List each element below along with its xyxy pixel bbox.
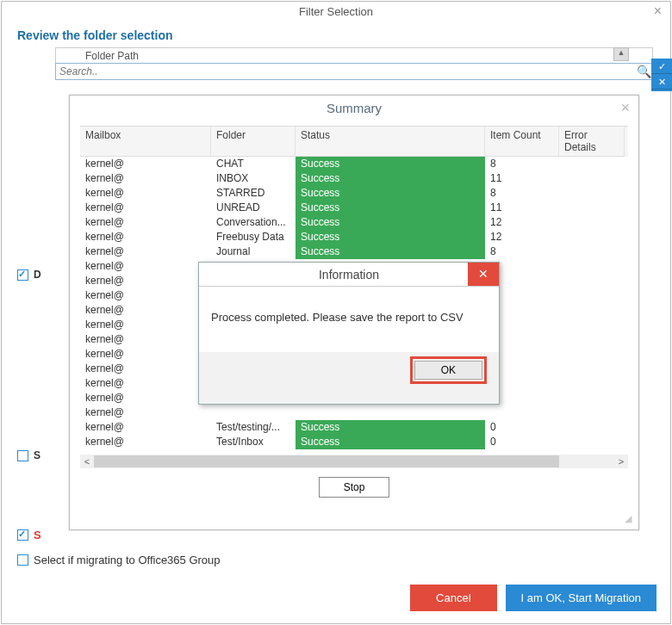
sort-toggle-icon[interactable]: ▲ — [613, 47, 629, 61]
col-mailbox[interactable]: Mailbox — [80, 127, 211, 157]
cell-folder: UNREAD — [211, 201, 296, 215]
uncheck-all-icon[interactable]: ✕ — [651, 74, 672, 90]
start-migration-button[interactable]: I am OK, Start Migration — [506, 585, 656, 611]
cell-item-count: 0 — [485, 435, 559, 449]
table-row[interactable]: kernel@JournalSuccess8 — [80, 244, 628, 259]
summary-grid-header: Mailbox Folder Status Item Count Error D… — [80, 127, 628, 157]
cell-error-details — [559, 201, 625, 215]
cell-error-details — [559, 303, 625, 318]
cell-error-details — [559, 230, 625, 244]
col-item-count[interactable]: Item Count — [485, 127, 559, 157]
cell-error-details — [559, 347, 625, 362]
horizontal-scrollbar[interactable]: < > — [80, 455, 628, 468]
resize-grip-icon[interactable]: ◢ — [625, 513, 632, 524]
search-input[interactable] — [56, 64, 635, 79]
cell-status: Success — [296, 171, 485, 186]
col-error-details[interactable]: Error Details — [559, 127, 625, 157]
summary-title: Summary — [327, 101, 382, 115]
information-message: Process completed. Please save the repor… — [199, 287, 499, 352]
cell-folder: STARRED — [211, 186, 296, 201]
cell-item-count: 11 — [485, 171, 559, 186]
table-row[interactable]: kernel@UNREADSuccess11 — [80, 201, 628, 215]
folder-path-section: Folder Path ▲ 🔍 — [55, 47, 653, 80]
scroll-left-icon[interactable]: < — [80, 456, 94, 467]
check-all-icon[interactable]: ✓ — [651, 59, 672, 74]
search-icon[interactable]: 🔍 — [635, 64, 652, 79]
cell-error-details — [559, 391, 625, 405]
ok-button-highlight: OK — [410, 356, 487, 384]
cell-mailbox: kernel@ — [80, 259, 211, 274]
cell-status: Success — [296, 420, 485, 435]
option-d-row: D — [17, 269, 41, 281]
cell-error-details — [559, 215, 625, 230]
cell-folder: Test/Inbox — [211, 435, 296, 449]
cell-mailbox: kernel@ — [80, 420, 211, 435]
cell-status: Success — [296, 201, 485, 215]
table-row[interactable]: kernel@Freebusy DataSuccess12 — [80, 230, 628, 244]
cell-mailbox: kernel@ — [80, 303, 211, 318]
cell-error-details — [559, 157, 625, 171]
right-action-strip: ✓ ✕ — [651, 59, 672, 91]
cell-mailbox: kernel@ — [80, 347, 211, 362]
cell-error-details — [559, 288, 625, 303]
cell-mailbox: kernel@ — [80, 230, 211, 244]
col-folder[interactable]: Folder — [211, 127, 296, 157]
cell-error-details — [559, 362, 625, 376]
office365-group-row: Select if migrating to Office365 Group — [17, 554, 221, 566]
cell-item-count: 12 — [485, 215, 559, 230]
cell-error-details — [559, 259, 625, 274]
cell-folder: INBOX — [211, 171, 296, 186]
close-icon[interactable]: × — [654, 3, 662, 19]
option-s-row: S — [17, 449, 41, 461]
cell-mailbox: kernel@ — [80, 157, 211, 171]
summary-close-icon[interactable]: × — [620, 99, 630, 117]
scroll-thumb[interactable] — [94, 455, 559, 467]
scroll-right-icon[interactable]: > — [614, 456, 628, 467]
cell-mailbox: kernel@ — [80, 376, 211, 391]
cell-error-details — [559, 186, 625, 201]
cell-mailbox: kernel@ — [80, 288, 211, 303]
stop-row: Stop — [70, 477, 638, 498]
table-row[interactable]: kernel@Conversation...Success12 — [80, 215, 628, 230]
table-row[interactable]: kernel@Test/testing/...Success0 — [80, 420, 628, 435]
cell-folder: Test/testing/... — [211, 420, 296, 435]
truncated-option-row: S — [17, 529, 221, 541]
cell-mailbox: kernel@ — [80, 391, 211, 405]
cell-item-count: 8 — [485, 157, 559, 171]
cell-folder: Journal — [211, 244, 296, 259]
cell-folder — [211, 405, 296, 420]
col-status[interactable]: Status — [296, 127, 485, 157]
cell-error-details — [559, 405, 625, 420]
information-dialog: Information ✕ Process completed. Please … — [198, 262, 500, 405]
table-row[interactable]: kernel@INBOXSuccess11 — [80, 171, 628, 186]
cell-status — [296, 405, 485, 420]
table-row[interactable]: kernel@CHATSuccess8 — [80, 157, 628, 171]
option-s-checkbox[interactable] — [17, 450, 28, 461]
search-row: 🔍 — [55, 63, 653, 80]
table-row[interactable]: kernel@ — [80, 405, 628, 420]
cell-error-details — [559, 435, 625, 449]
truncated-option-checkbox[interactable] — [17, 529, 28, 541]
table-row[interactable]: kernel@STARREDSuccess8 — [80, 186, 628, 201]
cell-error-details — [559, 332, 625, 347]
information-close-icon[interactable]: ✕ — [468, 263, 499, 286]
cell-mailbox: kernel@ — [80, 332, 211, 347]
cell-error-details — [559, 171, 625, 186]
cell-mailbox: kernel@ — [80, 274, 211, 288]
office365-group-label: Select if migrating to Office365 Group — [34, 554, 221, 566]
stop-button[interactable]: Stop — [319, 477, 390, 498]
office365-group-checkbox[interactable] — [17, 554, 28, 566]
cell-mailbox: kernel@ — [80, 244, 211, 259]
cell-mailbox: kernel@ — [80, 435, 211, 449]
cell-mailbox: kernel@ — [80, 201, 211, 215]
cell-folder: CHAT — [211, 157, 296, 171]
cancel-button[interactable]: Cancel — [410, 585, 496, 611]
cell-mailbox: kernel@ — [80, 362, 211, 376]
cell-mailbox: kernel@ — [80, 186, 211, 201]
table-row[interactable]: kernel@Test/InboxSuccess0 — [80, 435, 628, 449]
cell-folder: Conversation... — [211, 215, 296, 230]
option-d-checkbox[interactable] — [17, 269, 28, 281]
information-title-bar: Information ✕ — [199, 263, 499, 287]
review-heading: Review the folder selection — [2, 20, 670, 47]
ok-button[interactable]: OK — [414, 361, 482, 380]
